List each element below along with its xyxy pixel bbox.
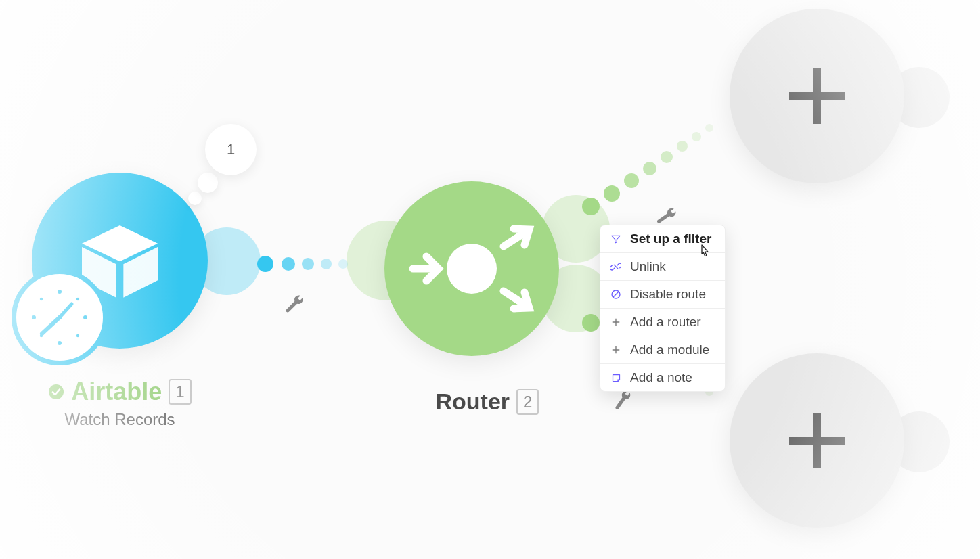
- connection-airtable-router[interactable]: [244, 252, 379, 272]
- cursor-pointer-icon: [697, 244, 712, 261]
- add-module-slot-bottom[interactable]: [730, 353, 904, 528]
- module-index: 1: [169, 379, 191, 405]
- menu-item-label: Add a router: [630, 315, 701, 330]
- menu-item-add-module[interactable]: Add a module: [600, 336, 725, 364]
- svg-point-8: [58, 341, 62, 345]
- svg-point-21: [49, 384, 64, 399]
- plus-icon: [610, 344, 622, 356]
- unlink-icon: [610, 261, 622, 273]
- note-icon: [610, 372, 622, 384]
- disable-icon: [610, 288, 622, 300]
- svg-point-10: [76, 298, 79, 300]
- svg-point-6: [58, 290, 62, 294]
- svg-point-11: [76, 334, 79, 337]
- wrench-icon[interactable]: [284, 294, 305, 314]
- bubble-dot: [188, 192, 202, 205]
- clock-icon: [26, 284, 93, 351]
- menu-item-add-note[interactable]: Add a note: [600, 364, 725, 391]
- svg-point-7: [83, 315, 87, 319]
- module-subtitle: Watch Records: [26, 410, 214, 429]
- svg-point-9: [32, 315, 36, 319]
- filter-icon: [610, 233, 622, 245]
- add-module-slot-top[interactable]: [730, 9, 904, 183]
- bubble-dot: [198, 173, 218, 193]
- operation-count-bubble[interactable]: 1: [205, 124, 257, 175]
- router-arrows-icon: [384, 181, 559, 356]
- router-label-block: Router 2: [406, 388, 569, 415]
- plus-icon: [610, 316, 622, 328]
- menu-item-add-router[interactable]: Add a router: [600, 309, 725, 336]
- module-title: Router: [436, 388, 510, 415]
- operation-count: 1: [227, 141, 235, 158]
- svg-line-5: [60, 304, 72, 317]
- plus-icon: [786, 66, 847, 127]
- router-module[interactable]: [384, 181, 559, 356]
- menu-item-label: Disable route: [630, 287, 706, 302]
- schedule-clock-icon[interactable]: [12, 269, 108, 365]
- svg-line-4: [42, 317, 60, 334]
- airtable-label-block: Airtable 1 Watch Records: [26, 378, 214, 429]
- menu-item-label: Add a note: [630, 370, 692, 385]
- svg-point-13: [40, 298, 43, 300]
- check-circle-icon: [48, 384, 64, 400]
- menu-item-label: Unlink: [630, 259, 666, 274]
- svg-point-12: [40, 334, 43, 337]
- menu-item-disable-route[interactable]: Disable route: [600, 281, 725, 309]
- svg-line-23: [613, 292, 619, 297]
- connection-router-top[interactable]: [575, 95, 751, 217]
- module-title: Airtable: [71, 378, 162, 406]
- menu-item-label: Add a module: [630, 342, 709, 357]
- plus-icon: [786, 410, 847, 471]
- module-index: 2: [516, 389, 539, 415]
